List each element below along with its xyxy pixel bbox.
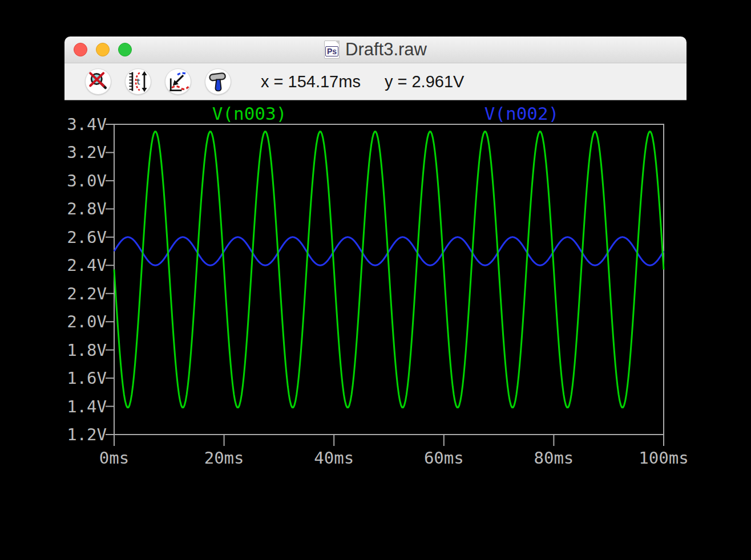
zoom-fit-icon — [166, 70, 190, 94]
window-title-group: Ps Draft3.raw — [324, 39, 427, 60]
x-axis-tick-label: 20ms — [173, 448, 276, 468]
y-axis-tick-label: 1.8V — [66, 340, 107, 360]
cursor-y-readout: y = 2.961V — [385, 72, 464, 91]
y-axis-tick-label: 3.4V — [66, 115, 107, 134]
close-button[interactable] — [74, 43, 87, 56]
x-axis-tick-label: 100ms — [612, 448, 715, 468]
y-axis-tick-label: 2.4V — [66, 255, 107, 275]
waveform-pane[interactable]: V(n003) V(n002) 3.4V3.2V3.0V2.8V2.6V2.4V… — [64, 100, 687, 492]
x-axis-tick-label: 0ms — [63, 448, 165, 468]
y-axis-tick-label: 2.6V — [66, 228, 107, 247]
zoom-window-button[interactable] — [118, 43, 132, 56]
folded-corner — [335, 40, 340, 45]
window-titlebar[interactable]: Ps Draft3.raw — [64, 36, 687, 63]
zoom-fit-button[interactable] — [165, 68, 191, 95]
document-proxy-icon[interactable]: Ps — [324, 40, 340, 59]
y-axis-tick-label: 2.2V — [66, 284, 107, 303]
trace-vn003[interactable] — [114, 132, 664, 408]
svg-text:t: t — [136, 77, 140, 86]
y-axis-tick-label: 1.2V — [66, 425, 107, 444]
control-panel-icon — [206, 70, 230, 94]
y-axis-tick-label: 1.6V — [66, 368, 107, 388]
toolbar: t x = 154.17ms y = 2.961V — [64, 63, 687, 100]
y-axis-tick-label: 2.8V — [66, 199, 107, 218]
y-axis-tick-label: 3.2V — [66, 143, 107, 162]
y-axis-tick-label: 3.0V — [66, 171, 107, 190]
control-panel-button[interactable] — [205, 68, 231, 95]
y-axis-tick-label: 2.0V — [66, 312, 107, 331]
x-axis-tick-label: 80ms — [502, 448, 605, 468]
ltspice-waveform-window: Ps Draft3.raw t — [64, 36, 687, 492]
autorange-y-button[interactable]: t — [125, 68, 151, 95]
x-axis-tick-label: 60ms — [393, 448, 495, 468]
minimize-button[interactable] — [96, 43, 110, 56]
y-axis-tick-label: 1.4V — [66, 397, 107, 416]
autorange-y-icon: t — [126, 70, 150, 94]
window-title: Draft3.raw — [345, 39, 427, 60]
zoom-back-button[interactable] — [85, 68, 111, 95]
zoom-back-icon — [86, 70, 110, 94]
ps-file-badge: Ps — [325, 46, 338, 56]
x-axis-tick-label: 40ms — [282, 448, 385, 468]
traffic-lights — [74, 36, 132, 63]
cursor-x-readout: x = 154.17ms — [261, 72, 361, 91]
plot-svg[interactable] — [64, 100, 687, 492]
